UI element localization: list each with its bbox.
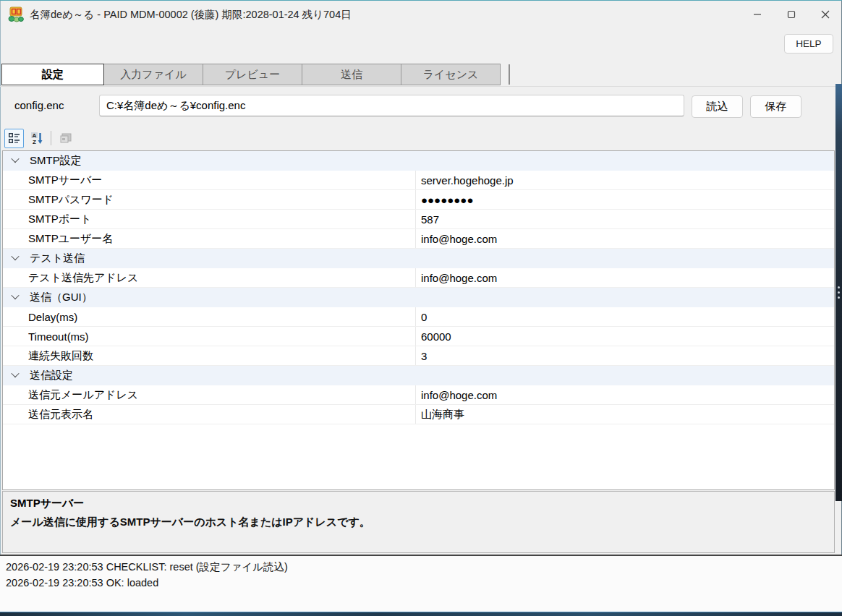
description-title: SMTPサーバー xyxy=(10,497,827,510)
minimize-button[interactable] xyxy=(740,1,774,27)
property-label: SMTP設定 xyxy=(30,154,82,168)
config-file-label: config.enc xyxy=(14,99,64,111)
category-row[interactable]: テスト送信 xyxy=(3,249,834,268)
save-button[interactable]: 保存 xyxy=(750,95,801,118)
property-pages-button xyxy=(56,129,75,148)
property-label: 送信（GUI） xyxy=(30,291,93,304)
property-value[interactable]: 山海商事 xyxy=(421,408,464,422)
property-grid-toolbar: A Z xyxy=(4,128,78,148)
property-row[interactable]: Delay(ms)0 xyxy=(3,307,834,327)
category-row[interactable]: SMTP設定 xyxy=(3,151,834,171)
app-icon xyxy=(8,7,24,22)
window-title: 名簿deめ～る - PAID MDM-00002 (後藤) 期限:2028-01… xyxy=(30,8,352,22)
log-area[interactable]: 2026-02-19 23:20:53 CHECKLIST: reset (設定… xyxy=(0,555,842,612)
splitter-grip-dot xyxy=(838,286,840,288)
log-line: 2026-02-19 23:20:53 CHECKLIST: reset (設定… xyxy=(6,559,836,575)
property-label: SMTPポート xyxy=(28,213,91,226)
property-value[interactable]: info@hoge.com xyxy=(421,389,497,401)
titlebar: 名簿deめ～る - PAID MDM-00002 (後藤) 期限:2028-01… xyxy=(0,1,842,27)
property-value[interactable]: 587 xyxy=(421,213,439,226)
property-grid-rows: SMTP設定SMTPサーバーserver.hogehoge.jpSMTPパスワー… xyxy=(3,151,834,424)
property-value[interactable]: 3 xyxy=(421,350,427,362)
tab-underline xyxy=(0,86,842,87)
tab-settings[interactable]: 設定 xyxy=(1,64,104,85)
desktop-edge-strip xyxy=(0,612,842,616)
svg-text:A: A xyxy=(32,132,36,139)
property-label: 送信元表示名 xyxy=(28,408,93,422)
chevron-down-icon[interactable] xyxy=(11,291,19,299)
property-value[interactable]: info@hoge.com xyxy=(421,233,497,245)
property-grid: SMTP設定SMTPサーバーserver.hogehoge.jpSMTPパスワー… xyxy=(2,150,835,490)
chevron-down-icon[interactable] xyxy=(11,155,19,163)
config-path-input[interactable] xyxy=(99,95,684,116)
maximize-button[interactable] xyxy=(774,1,808,27)
property-label: 連続失敗回数 xyxy=(28,349,93,363)
category-row[interactable]: 送信（GUI） xyxy=(3,288,834,307)
property-row[interactable]: SMTPサーバーserver.hogehoge.jp xyxy=(3,171,834,190)
close-icon xyxy=(821,10,830,19)
property-row[interactable]: テスト送信先アドレスinfo@hoge.com xyxy=(3,268,834,288)
categorized-view-icon xyxy=(8,132,21,145)
property-value[interactable]: 60000 xyxy=(421,330,451,343)
splitter-grip-dot xyxy=(838,291,840,294)
property-label: SMTPパスワード xyxy=(28,193,114,207)
property-label: 送信設定 xyxy=(30,369,73,382)
property-row[interactable]: SMTPポート587 xyxy=(3,210,834,229)
chevron-down-icon[interactable] xyxy=(11,252,19,260)
property-label: 送信元メールアドレス xyxy=(28,388,138,402)
alphabetical-view-button[interactable]: A Z xyxy=(27,129,46,148)
property-label: SMTPサーバー xyxy=(28,174,102,187)
property-value[interactable]: ●●●●●●●● xyxy=(421,194,473,206)
property-row[interactable]: 送信元メールアドレスinfo@hoge.com xyxy=(3,385,834,405)
alphabetical-view-icon: A Z xyxy=(30,132,43,145)
property-value[interactable]: 0 xyxy=(421,311,427,323)
tab-license[interactable]: ライセンス xyxy=(401,64,501,85)
category-row[interactable]: 送信設定 xyxy=(3,366,834,385)
property-label: SMTPユーザー名 xyxy=(28,232,113,246)
property-value[interactable]: info@hoge.com xyxy=(421,272,497,284)
description-panel: SMTPサーバー メール送信に使用するSMTPサーバーのホスト名またはIPアドレ… xyxy=(2,491,835,553)
maximize-icon xyxy=(787,10,796,19)
tab-send[interactable]: 送信 xyxy=(302,64,401,85)
property-label: Delay(ms) xyxy=(28,311,77,323)
chevron-down-icon[interactable] xyxy=(11,369,19,377)
splitter-grip-dot xyxy=(838,296,840,299)
svg-text:Z: Z xyxy=(33,139,36,145)
tab-preview[interactable]: プレビュー xyxy=(203,64,302,85)
vertical-splitter[interactable] xyxy=(835,84,842,501)
caption-buttons xyxy=(740,1,842,27)
property-label: Timeout(ms) xyxy=(28,330,89,343)
property-row[interactable]: 連続失敗回数3 xyxy=(3,346,834,366)
load-button[interactable]: 読込 xyxy=(692,95,743,118)
tab-strip: 設定入力ファイルプレビュー送信ライセンス xyxy=(1,64,501,85)
description-body: メール送信に使用するSMTPサーバーのホスト名またはIPアドレスです。 xyxy=(10,516,827,529)
property-label: テスト送信先アドレス xyxy=(28,271,138,285)
toolbar-separator xyxy=(51,131,51,145)
property-value[interactable]: server.hogehoge.jp xyxy=(421,174,514,187)
property-row[interactable]: SMTPユーザー名info@hoge.com xyxy=(3,229,834,249)
categorized-view-button[interactable] xyxy=(4,129,24,148)
app-window: 名簿deめ～る - PAID MDM-00002 (後藤) 期限:2028-01… xyxy=(0,0,842,616)
close-button[interactable] xyxy=(808,1,842,27)
tab-input-file[interactable]: 入力ファイル xyxy=(104,64,203,85)
property-label: テスト送信 xyxy=(30,252,85,265)
property-row[interactable]: 送信元表示名山海商事 xyxy=(3,405,834,424)
log-line: 2026-02-19 23:20:53 OK: loaded xyxy=(6,575,836,591)
property-pages-icon xyxy=(59,132,72,145)
help-button[interactable]: HELP xyxy=(784,34,833,54)
tab-strip-endcap xyxy=(509,64,510,85)
minimize-icon xyxy=(753,10,762,19)
property-row[interactable]: SMTPパスワード●●●●●●●● xyxy=(3,190,834,210)
property-row[interactable]: Timeout(ms)60000 xyxy=(3,327,834,346)
